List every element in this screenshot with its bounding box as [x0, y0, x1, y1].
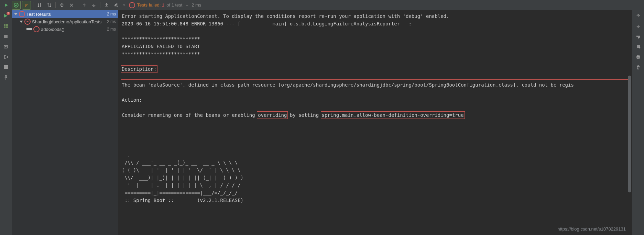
svg-rect-8 — [6, 26, 8, 28]
fail-circle-icon: – — [33, 26, 40, 32]
export-results-button[interactable] — [102, 1, 111, 9]
separator — [100, 2, 100, 8]
layout-icon[interactable] — [2, 64, 9, 71]
soft-wrap-icon[interactable] — [635, 33, 642, 40]
dash: – — [186, 3, 188, 8]
svg-rect-15 — [637, 55, 639, 56]
run-toolbar: » – Tests failed: 1 of 1 test – 2 ms — [0, 0, 644, 10]
export-icon — [104, 3, 109, 8]
chevron-down-icon — [20, 21, 23, 23]
tree-test-label: addGoods() — [41, 27, 65, 32]
print-icon[interactable] — [635, 54, 642, 60]
separator — [33, 2, 33, 8]
collapse-all-button[interactable] — [67, 1, 76, 9]
status-of-total: of 1 test — [166, 2, 182, 8]
test-status-bar: – Tests failed: 1 of 1 test – 2 ms — [129, 2, 201, 8]
exit-icon[interactable] — [2, 54, 9, 60]
arrow-up-icon — [82, 3, 86, 7]
svg-rect-7 — [4, 26, 6, 28]
chevron-down-icon — [14, 13, 18, 15]
spacer — [26, 28, 32, 30]
watermark: https://blog.csdn.net/s1078229131 — [557, 226, 626, 232]
collapse-icon — [69, 3, 74, 8]
sort-alpha-button[interactable] — [35, 1, 44, 9]
tree-root-label: Test Results — [26, 12, 51, 17]
gear-icon — [114, 3, 119, 8]
failed-count: 1 — [162, 2, 164, 8]
fail-circle-icon: – — [19, 11, 25, 17]
sort-duration-icon — [47, 3, 52, 8]
console-scroll[interactable]: Error starting ApplicationContext. To di… — [118, 10, 632, 235]
scroll-down-icon[interactable] — [635, 23, 642, 30]
toggle-auto-test-icon[interactable] — [2, 23, 9, 30]
dump-threads-icon[interactable] — [2, 43, 9, 50]
next-failed-button[interactable] — [90, 1, 98, 9]
sort-alpha-icon — [37, 3, 42, 8]
sort-duration-button[interactable] — [45, 1, 53, 9]
fail-circle-icon: – — [129, 2, 135, 8]
svg-rect-12 — [4, 65, 8, 67]
console-panel: Error starting ApplicationContext. To di… — [118, 10, 632, 235]
tree-suite-row[interactable]: – ShardingjdbcdemoApplicationTests 2 ms — [12, 18, 118, 25]
arrow-down-icon — [92, 3, 96, 7]
expand-icon — [59, 3, 64, 8]
tree-suite-duration: 2 ms — [107, 19, 116, 24]
tree-root-row[interactable]: – Test Results 2 ms — [12, 10, 118, 18]
tree-suite-label: ShardingjdbcdemoApplicationTests — [32, 19, 101, 24]
svg-rect-2 — [25, 5, 27, 5]
test-tree: – Test Results 2 ms – ShardingjdbcdemoAp… — [12, 10, 118, 235]
scroll-up-icon[interactable] — [635, 12, 642, 19]
settings-button[interactable] — [112, 1, 120, 9]
right-gutter — [632, 10, 644, 235]
svg-rect-13 — [4, 67, 8, 69]
svg-rect-5 — [4, 24, 6, 26]
svg-rect-3 — [25, 6, 26, 7]
override-property: spring.main.allow-bean-definition-overri… — [322, 112, 464, 118]
status-label: Tests failed: — [137, 2, 161, 8]
console-output: Error starting ApplicationContext. To di… — [122, 12, 629, 204]
svg-rect-6 — [6, 24, 8, 26]
tree-test-duration: 2 ms — [107, 27, 116, 32]
show-ignored-toggle[interactable] — [22, 1, 31, 10]
desc-label: Description: — [122, 66, 156, 72]
svg-point-11 — [5, 46, 7, 47]
expand-all-button[interactable] — [58, 1, 66, 9]
overflow-chevron[interactable]: » — [123, 3, 125, 8]
svg-rect-1 — [25, 4, 28, 4]
tree-root-duration: 2 ms — [107, 12, 116, 16]
fail-circle-icon: – — [24, 19, 31, 25]
svg-point-4 — [116, 4, 117, 6]
separator — [55, 2, 56, 8]
scroll-to-end-icon[interactable] — [635, 43, 642, 50]
left-gutter — [0, 10, 12, 235]
check-icon — [14, 3, 19, 8]
prev-failed-button[interactable] — [80, 1, 88, 9]
tree-test-row[interactable]: – addGoods() 2 ms — [12, 25, 118, 33]
stop-icon[interactable] — [2, 33, 9, 40]
play-icon — [4, 3, 8, 7]
run-button[interactable] — [2, 1, 10, 9]
main-split: – Test Results 2 ms – ShardingjdbcdemoAp… — [0, 10, 644, 235]
scrollbar-thumb[interactable] — [628, 76, 631, 192]
pin-icon[interactable] — [2, 74, 9, 81]
show-passed-toggle[interactable] — [12, 1, 21, 10]
rerun-failed-icon[interactable] — [2, 12, 9, 19]
status-duration: 2 ms — [192, 2, 201, 8]
svg-rect-9 — [4, 35, 8, 38]
separator — [78, 2, 78, 8]
overriding-word: overriding — [258, 112, 287, 118]
clear-icon[interactable] — [635, 64, 642, 71]
sort-icon — [24, 3, 29, 8]
